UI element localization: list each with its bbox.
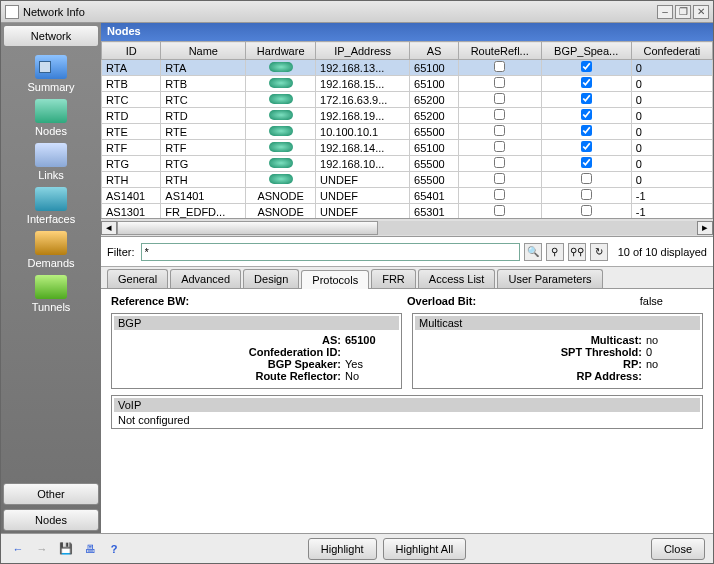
filter-label: Filter: — [107, 246, 135, 258]
close-button[interactable]: Close — [651, 538, 705, 560]
bgp-speaker-cell-checkbox[interactable] — [581, 109, 592, 120]
route-reflector-cell — [458, 108, 541, 124]
bgp-speaker-cell — [541, 188, 631, 204]
horizontal-scrollbar[interactable]: ◂ ▸ — [101, 219, 713, 237]
tab-design[interactable]: Design — [243, 269, 299, 288]
tab-access-list[interactable]: Access List — [418, 269, 496, 288]
table-row[interactable]: AS1301FR_EDFD...ASNODEUNDEF65301-1 — [102, 204, 713, 220]
bgp-rr-value: No — [345, 370, 395, 382]
bgp-speaker-cell-checkbox[interactable] — [581, 61, 592, 72]
route-reflector-cell-checkbox[interactable] — [494, 61, 505, 72]
back-icon[interactable]: ← — [9, 540, 27, 558]
voip-title: VoIP — [114, 398, 700, 412]
tab-user-parameters[interactable]: User Parameters — [497, 269, 602, 288]
tab-general[interactable]: General — [107, 269, 168, 288]
help-icon[interactable]: ? — [105, 540, 123, 558]
hardware-cell — [246, 76, 316, 92]
tab-advanced[interactable]: Advanced — [170, 269, 241, 288]
bgp-speaker-cell-checkbox[interactable] — [581, 77, 592, 88]
column-header[interactable]: AS — [410, 42, 459, 60]
forward-icon[interactable]: → — [33, 540, 51, 558]
sidebar-nodes-button[interactable]: Nodes — [3, 509, 99, 531]
column-header[interactable]: Hardware — [246, 42, 316, 60]
close-window-button[interactable]: ✕ — [693, 5, 709, 19]
tab-protocols[interactable]: Protocols — [301, 270, 369, 289]
bgp-speaker-label: BGP Speaker: — [268, 358, 341, 370]
tab-frr[interactable]: FRR — [371, 269, 416, 288]
route-reflector-cell-checkbox[interactable] — [494, 189, 505, 200]
zoom-in-icon[interactable]: ⚲ — [546, 243, 564, 261]
refresh-icon[interactable]: ↻ — [590, 243, 608, 261]
table-row[interactable]: RTBRTB192.168.15...651000 — [102, 76, 713, 92]
bgp-speaker-cell-checkbox[interactable] — [581, 205, 592, 216]
scroll-thumb[interactable] — [117, 221, 378, 235]
zoom-out-icon[interactable]: ⚲⚲ — [568, 243, 586, 261]
bgp-speaker-cell-checkbox[interactable] — [581, 189, 592, 200]
route-reflector-cell-checkbox[interactable] — [494, 109, 505, 120]
column-header[interactable]: IP_Address — [316, 42, 410, 60]
table-row[interactable]: RTFRTF192.168.14...651000 — [102, 140, 713, 156]
table-row[interactable]: RTGRTG192.168.10...655000 — [102, 156, 713, 172]
table-cell: RTG — [161, 156, 246, 172]
scroll-right-button[interactable]: ▸ — [697, 221, 713, 235]
voip-text: Not configured — [118, 414, 696, 426]
bgp-speaker-cell-checkbox[interactable] — [581, 173, 592, 184]
sidebar: Network Summary Nodes Links Interfaces D… — [1, 23, 101, 533]
sidebar-item-nodes[interactable]: Nodes — [6, 99, 96, 137]
interfaces-icon — [35, 187, 67, 211]
table-cell: AS1301 — [102, 204, 161, 220]
column-header[interactable]: ID — [102, 42, 161, 60]
bgp-speaker-cell-checkbox[interactable] — [581, 93, 592, 104]
table-row[interactable]: RTDRTD192.168.19...652000 — [102, 108, 713, 124]
table-cell: 0 — [631, 92, 712, 108]
route-reflector-cell-checkbox[interactable] — [494, 77, 505, 88]
table-cell: RTC — [161, 92, 246, 108]
table-cell: RTF — [102, 140, 161, 156]
route-reflector-cell-checkbox[interactable] — [494, 141, 505, 152]
sidebar-item-interfaces[interactable]: Interfaces — [6, 187, 96, 225]
highlight-all-button[interactable]: Highlight All — [383, 538, 466, 560]
route-reflector-cell-checkbox[interactable] — [494, 125, 505, 136]
table-row[interactable]: AS1401AS1401ASNODEUNDEF65401-1 — [102, 188, 713, 204]
column-header[interactable]: BGP_Spea... — [541, 42, 631, 60]
table-row[interactable]: RTERTE10.100.10.1655000 — [102, 124, 713, 140]
table-row[interactable]: RTCRTC172.16.63.9...652000 — [102, 92, 713, 108]
route-reflector-cell-checkbox[interactable] — [494, 173, 505, 184]
sidebar-item-tunnels[interactable]: Tunnels — [6, 275, 96, 313]
bgp-speaker-cell-checkbox[interactable] — [581, 141, 592, 152]
sidebar-item-demands[interactable]: Demands — [6, 231, 96, 269]
bgp-speaker-cell-checkbox[interactable] — [581, 125, 592, 136]
table-cell: 65100 — [410, 140, 459, 156]
route-reflector-cell-checkbox[interactable] — [494, 93, 505, 104]
scroll-track[interactable] — [117, 221, 697, 235]
table-cell: RTG — [102, 156, 161, 172]
table-cell: 0 — [631, 140, 712, 156]
column-header[interactable]: RouteRefl... — [458, 42, 541, 60]
route-reflector-cell — [458, 204, 541, 220]
hardware-cell — [246, 156, 316, 172]
sidebar-other-button[interactable]: Other — [3, 483, 99, 505]
router-icon — [269, 158, 293, 168]
column-header[interactable]: Confederati — [631, 42, 712, 60]
bgp-speaker-cell-checkbox[interactable] — [581, 157, 592, 168]
table-row[interactable]: RTHRTHUNDEF655000 — [102, 172, 713, 188]
sidebar-item-links[interactable]: Links — [6, 143, 96, 181]
table-cell: 65100 — [410, 76, 459, 92]
bgp-conf-label: Confederation ID: — [249, 346, 341, 358]
sidebar-item-summary[interactable]: Summary — [6, 55, 96, 93]
minimize-button[interactable]: – — [657, 5, 673, 19]
maximize-button[interactable]: ❐ — [675, 5, 691, 19]
sidebar-network-button[interactable]: Network — [3, 25, 99, 47]
route-reflector-cell-checkbox[interactable] — [494, 205, 505, 216]
scroll-left-button[interactable]: ◂ — [101, 221, 117, 235]
route-reflector-cell-checkbox[interactable] — [494, 157, 505, 168]
print-icon[interactable]: 🖶 — [81, 540, 99, 558]
highlight-button[interactable]: Highlight — [308, 538, 377, 560]
bgp-speaker-cell — [541, 172, 631, 188]
table-row[interactable]: RTARTA192.168.13...651000 — [102, 60, 713, 76]
save-icon[interactable]: 💾 — [57, 540, 75, 558]
search-icon[interactable]: 🔍 — [524, 243, 542, 261]
filter-input[interactable] — [141, 243, 520, 261]
nodes-icon — [35, 99, 67, 123]
column-header[interactable]: Name — [161, 42, 246, 60]
